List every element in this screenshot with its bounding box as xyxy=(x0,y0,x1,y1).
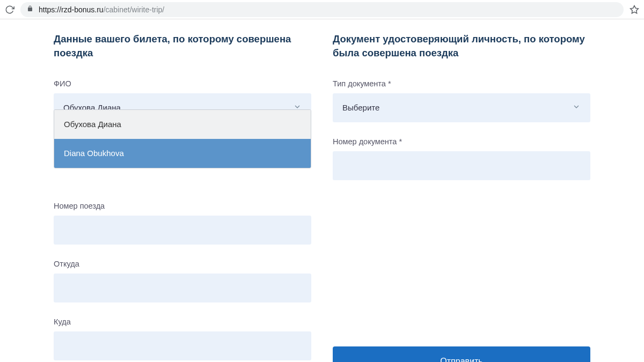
train-number-input[interactable] xyxy=(54,216,311,245)
train-number-field: Номер поезда xyxy=(54,202,311,245)
doc-type-select[interactable]: Выберите xyxy=(333,93,590,122)
to-label: Куда xyxy=(54,317,311,326)
from-field: Откуда xyxy=(54,260,311,302)
fio-field: ФИО Обухова Диана Обухова Диана Diana Ob… xyxy=(54,79,311,122)
from-input[interactable] xyxy=(54,274,311,302)
right-column: Документ удостоверяющий личность, по кот… xyxy=(333,32,590,362)
to-field: Куда xyxy=(54,317,311,360)
to-input[interactable] xyxy=(54,331,311,360)
url-path: /cabinet/wirite-trip/ xyxy=(104,5,165,14)
browser-toolbar: https://rzd-bonus.ru/cabinet/wirite-trip… xyxy=(0,0,644,19)
left-column: Данные вашего билета, по которому соверш… xyxy=(54,32,311,362)
lock-icon xyxy=(27,5,34,14)
left-section-title: Данные вашего билета, по которому соверш… xyxy=(54,32,311,60)
svg-marker-0 xyxy=(631,5,639,13)
doc-number-label: Номер документа * xyxy=(333,137,590,146)
doc-number-field: Номер документа * xyxy=(333,137,590,180)
fio-option-0[interactable]: Обухова Диана xyxy=(54,110,311,139)
doc-type-placeholder: Выберите xyxy=(342,103,379,112)
doc-type-label: Тип документа * xyxy=(333,79,590,88)
reload-icon[interactable] xyxy=(4,4,15,15)
train-number-label: Номер поезда xyxy=(54,202,311,210)
url-domain: https://rzd-bonus.ru xyxy=(39,5,104,14)
fio-label: ФИО xyxy=(54,79,311,88)
chevron-down-icon xyxy=(572,102,581,113)
bookmark-star-icon[interactable] xyxy=(629,4,640,15)
doc-number-input[interactable] xyxy=(333,151,590,180)
right-section-title: Документ удостоверяющий личность, по кот… xyxy=(333,32,590,60)
page-content: Данные вашего билета, по которому соверш… xyxy=(0,19,644,362)
url-bar[interactable]: https://rzd-bonus.ru/cabinet/wirite-trip… xyxy=(20,2,624,17)
fio-option-1[interactable]: Diana Obukhova xyxy=(54,139,311,168)
submit-button[interactable]: Отправить xyxy=(333,346,590,362)
fio-dropdown-menu: Обухова Диана Diana Obukhova xyxy=(54,109,311,168)
from-label: Откуда xyxy=(54,260,311,268)
doc-type-field: Тип документа * Выберите xyxy=(333,79,590,122)
